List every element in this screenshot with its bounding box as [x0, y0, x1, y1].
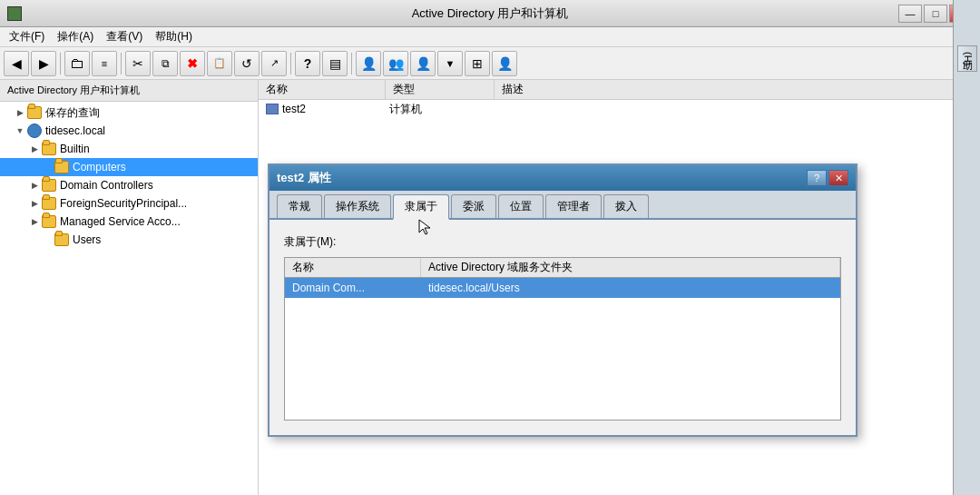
- tree-item-foreign-security[interactable]: ▶ ForeignSecurityPrincipal...: [0, 194, 258, 213]
- tree-item-saved-queries[interactable]: ▶ 保存的查询: [0, 104, 258, 122]
- member-list-row-0[interactable]: Domain Com... tidesec.local/Users: [285, 278, 840, 298]
- toolbar: ◀ ▶ 🗀 ≡ ✂ ⧉ ✖ 📋 ↺ ↗ ? ▤ 👤 👥 👤 ▼ ⊞ 👤: [0, 47, 980, 80]
- console-button[interactable]: ▤: [322, 51, 348, 76]
- expand-arrow-users: [29, 234, 40, 245]
- filter-button[interactable]: ▼: [437, 51, 463, 76]
- member-of-label: 隶属于(M):: [284, 234, 841, 250]
- tab-operating-system[interactable]: 操作系统: [324, 194, 391, 218]
- tab-member-of[interactable]: 隶属于: [393, 194, 449, 220]
- expand-arrow-saved: ▶: [15, 107, 25, 118]
- list-button[interactable]: ≡: [92, 51, 117, 76]
- tree-label-computers: Computers: [73, 161, 126, 173]
- dialog-tabs: 常规 操作系统 隶属于 委派 位置 管理者 拨入: [270, 191, 856, 220]
- dialog-title-bar: test2 属性 ? ✕: [270, 165, 856, 191]
- tree-label-managed-service: Managed Service Acco...: [60, 215, 181, 228]
- tree-item-computers[interactable]: Computers: [0, 158, 258, 176]
- expand-arrow-tidesec: ▼: [15, 125, 25, 136]
- menu-file[interactable]: 文件(F): [4, 27, 50, 46]
- tree-label-tidesec: tidesec.local: [45, 124, 105, 137]
- member-list-cell-name: Domain Com...: [285, 282, 421, 294]
- tab-manager[interactable]: 管理者: [545, 194, 602, 218]
- view-button[interactable]: ⊞: [465, 51, 490, 76]
- folder-button[interactable]: 🗀: [64, 51, 90, 76]
- tree-label-domain-controllers: Domain Controllers: [60, 179, 153, 192]
- toolbar-separator-3: [290, 53, 291, 74]
- title-bar-left: [7, 6, 22, 21]
- delete-button[interactable]: ✖: [180, 51, 205, 76]
- col-header-desc[interactable]: 描述: [495, 80, 980, 99]
- forward-button[interactable]: ▶: [31, 51, 56, 76]
- dialog-title-text: test2 属性: [277, 170, 331, 186]
- tab-general[interactable]: 常规: [277, 194, 322, 218]
- dialog-content: 隶属于(M): 名称 Active Directory 域服务文件夹 Domai…: [270, 220, 856, 435]
- member-col-header-ad[interactable]: Active Directory 域服务文件夹: [421, 258, 840, 277]
- menu-help[interactable]: 帮助(H): [150, 27, 198, 46]
- help-button[interactable]: ?: [295, 51, 320, 76]
- expand-arrow-builtin: ▶: [29, 144, 40, 154]
- user-button-2[interactable]: 👥: [383, 51, 408, 76]
- properties-button[interactable]: 📋: [207, 51, 232, 76]
- member-list-header: 名称 Active Directory 域服务文件夹: [285, 258, 840, 278]
- tree-item-tidesec[interactable]: ▼ tidesec.local: [0, 122, 258, 140]
- copy-button[interactable]: ⧉: [152, 51, 178, 76]
- expand-arrow-fsp: ▶: [29, 198, 40, 209]
- tree-item-domain-controllers[interactable]: ▶ Domain Controllers: [0, 176, 258, 194]
- tree-label-users: Users: [73, 233, 101, 246]
- tree-item-builtin[interactable]: ▶ Builtin: [0, 140, 258, 158]
- advanced-button[interactable]: 👤: [492, 51, 517, 76]
- user-button-3[interactable]: 👤: [410, 51, 436, 76]
- tab-location[interactable]: 位置: [498, 194, 544, 218]
- folder-icon-saved: [27, 106, 42, 119]
- tree-label-saved-queries: 保存的查询: [45, 105, 100, 121]
- col-header-name[interactable]: 名称: [259, 80, 386, 99]
- domain-icon-tidesec: [27, 124, 42, 138]
- member-col-header-name[interactable]: 名称: [285, 258, 421, 277]
- dialog-close-button[interactable]: ✕: [828, 170, 848, 186]
- folder-icon-computers: [54, 161, 69, 173]
- folder-icon-builtin: [42, 143, 56, 155]
- folder-icon-fsp: [42, 197, 56, 210]
- window-title: Active Directory 用户和计算机: [412, 5, 569, 22]
- list-header: 名称 类型 描述: [259, 80, 980, 100]
- menu-action[interactable]: 操作(A): [52, 27, 99, 46]
- computer-icon-test2: [266, 104, 279, 114]
- user-button-1[interactable]: 👤: [356, 51, 381, 76]
- minimize-button[interactable]: —: [898, 5, 922, 23]
- list-cell-type-test2: 计算机: [386, 102, 495, 117]
- tree-label-foreign-security: ForeignSecurityPrincipal...: [60, 197, 187, 210]
- cut-button[interactable]: ✂: [125, 51, 151, 76]
- dialog-help-button[interactable]: ?: [807, 170, 827, 186]
- tree-item-managed-service[interactable]: ▶ Managed Service Acco...: [0, 213, 258, 231]
- dialog-test2-properties: test2 属性 ? ✕ 常规 操作系统 隶属于 委派 位置 管理者 拨入 隶属…: [268, 163, 858, 437]
- tab-delegation[interactable]: 委派: [451, 194, 496, 218]
- expand-arrow-msa: ▶: [29, 216, 40, 227]
- right-side-panel: 助(H): [953, 0, 980, 495]
- dialog-title-controls: ? ✕: [807, 170, 848, 186]
- tree-panel: Active Directory 用户和计算机 ▶ 保存的查询 ▼ tidese…: [0, 80, 259, 495]
- refresh-button[interactable]: ↺: [234, 51, 260, 76]
- folder-icon-users: [54, 233, 69, 246]
- app-icon: [7, 6, 22, 21]
- member-list-cell-ad: tidesec.local/Users: [421, 282, 840, 294]
- title-bar: Active Directory 用户和计算机 — □ ✕: [0, 0, 980, 27]
- folder-icon-msa: [42, 215, 56, 228]
- side-help-button[interactable]: 助(H): [957, 45, 977, 72]
- menu-bar: 文件(F) 操作(A) 查看(V) 帮助(H): [0, 27, 980, 47]
- maximize-button[interactable]: □: [924, 5, 947, 23]
- menu-view[interactable]: 查看(V): [101, 27, 148, 46]
- toolbar-separator-4: [351, 53, 352, 74]
- expand-arrow-computers: [29, 162, 40, 173]
- col-header-type[interactable]: 类型: [386, 80, 495, 99]
- tab-dialin[interactable]: 拨入: [603, 194, 649, 218]
- toolbar-separator-2: [121, 53, 122, 74]
- tree-content: ▶ 保存的查询 ▼ tidesec.local ▶ Builtin Comput…: [0, 102, 258, 251]
- list-cell-name-test2: test2: [262, 103, 386, 115]
- member-list: 名称 Active Directory 域服务文件夹 Domain Com...…: [284, 257, 841, 421]
- export-button[interactable]: ↗: [261, 51, 287, 76]
- tree-item-users[interactable]: Users: [0, 231, 258, 249]
- list-row-test2[interactable]: test2 计算机: [259, 100, 980, 118]
- back-button[interactable]: ◀: [4, 51, 29, 76]
- toolbar-separator-1: [60, 53, 61, 74]
- tree-header: Active Directory 用户和计算机: [0, 80, 258, 102]
- tree-label-builtin: Builtin: [60, 143, 90, 155]
